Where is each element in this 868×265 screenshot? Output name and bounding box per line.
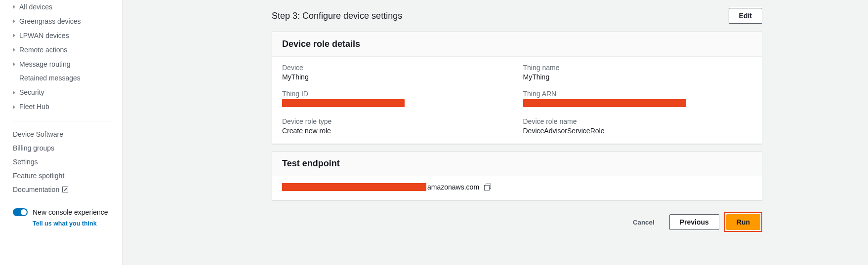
sidebar-item-label: Documentation: [13, 186, 59, 193]
external-link-icon: [62, 187, 68, 192]
sidebar-item-documentation[interactable]: Documentation: [13, 183, 118, 196]
sidebar-item-label: Device Software: [13, 130, 63, 138]
card-header: Device role details: [272, 32, 762, 57]
field-value: MyThing: [523, 73, 752, 81]
field-label: Device: [282, 64, 511, 72]
test-endpoint-card: Test endpoint amazonaws.com: [272, 151, 762, 200]
step-title: Step 3: Configure device settings: [272, 11, 402, 21]
field-device: Device MyThing: [282, 64, 511, 81]
toggle-label: New console experience: [33, 208, 108, 216]
field-role-name: Device role name DeviceAdvisorServiceRol…: [523, 117, 752, 135]
new-console-toggle[interactable]: [13, 208, 28, 216]
field-role-type: Device role type Create new role: [282, 117, 511, 135]
sidebar-item-label: Settings: [13, 158, 38, 166]
step-header: Step 3: Configure device settings Edit: [123, 0, 868, 32]
sidebar-item-label: Remote actions: [19, 45, 67, 55]
cancel-button[interactable]: Cancel: [623, 216, 664, 229]
caret-icon: [13, 105, 15, 109]
caret-icon: [13, 34, 15, 38]
field-thing-arn: Thing ARN: [523, 90, 752, 109]
sidebar-item-settings[interactable]: Settings: [13, 155, 118, 169]
new-console-toggle-row: New console experience: [13, 208, 122, 216]
caret-icon: [13, 19, 15, 23]
sidebar-item-label: Retained messages: [19, 74, 81, 83]
run-button-highlight: Run: [724, 212, 762, 232]
caret-icon: [13, 48, 15, 52]
sidebar-item-label: Fleet Hub: [19, 102, 49, 112]
footer-actions: Cancel Previous Run: [123, 207, 868, 237]
sidebar-item-label: Security: [19, 88, 44, 97]
sidebar-item-all-devices[interactable]: All devices: [13, 0, 118, 14]
field-value: DeviceAdvisorServiceRole: [523, 127, 752, 135]
sidebar-item-security[interactable]: Security: [13, 85, 118, 100]
redacted-value: [523, 99, 686, 107]
card-header: Test endpoint: [272, 151, 762, 176]
nav-sub-list: Device Software Billing groups Settings …: [0, 124, 122, 196]
sidebar-item-remote-actions[interactable]: Remote actions: [13, 43, 118, 57]
feedback-link[interactable]: Tell us what you think: [13, 220, 122, 227]
redacted-value: [282, 183, 426, 191]
field-value: Create new role: [282, 127, 511, 135]
sidebar-item-label: Billing groups: [13, 144, 54, 152]
field-label: Thing name: [523, 64, 752, 72]
redacted-value: [282, 99, 405, 107]
sidebar-item-label: LPWAN devices: [19, 31, 69, 40]
main-content: Step 3: Configure device settings Edit D…: [123, 0, 868, 265]
device-role-card: Device role details Device MyThing Thing…: [272, 32, 762, 144]
caret-icon: [13, 5, 15, 9]
sidebar-item-feature-spotlight[interactable]: Feature spotlight: [13, 169, 118, 183]
sidebar-item-device-software[interactable]: Device Software: [13, 127, 118, 141]
sidebar-item-label: Feature spotlight: [13, 172, 64, 180]
sidebar-item-greengrass-devices[interactable]: Greengrass devices: [13, 14, 118, 29]
field-label: Thing ARN: [523, 90, 752, 98]
divider: [13, 121, 112, 121]
previous-button[interactable]: Previous: [669, 214, 719, 230]
sidebar-item-billing-groups[interactable]: Billing groups: [13, 141, 118, 155]
caret-icon: [13, 91, 15, 95]
sidebar-item-retained-messages[interactable]: Retained messages: [13, 71, 118, 85]
sidebar-item-label: Message routing: [19, 60, 71, 69]
sidebar-item-label: All devices: [19, 2, 52, 12]
edit-button[interactable]: Edit: [729, 8, 762, 24]
sidebar: All devices Greengrass devices LPWAN dev…: [0, 0, 123, 265]
run-button[interactable]: Run: [726, 214, 760, 230]
endpoint-row: amazonaws.com: [282, 183, 752, 191]
sidebar-item-fleet-hub[interactable]: Fleet Hub: [13, 100, 118, 114]
field-thing-name: Thing name MyThing: [523, 64, 752, 81]
field-label: Device role name: [523, 117, 752, 125]
field-label: Device role type: [282, 117, 511, 125]
nav-list: All devices Greengrass devices LPWAN dev…: [0, 0, 122, 114]
sidebar-item-message-routing[interactable]: Message routing: [13, 57, 118, 72]
sidebar-item-lpwan-devices[interactable]: LPWAN devices: [13, 29, 118, 43]
caret-icon: [13, 62, 15, 66]
field-value: MyThing: [282, 73, 511, 81]
endpoint-suffix: amazonaws.com: [427, 183, 479, 191]
field-label: Thing ID: [282, 90, 511, 98]
field-thing-id: Thing ID: [282, 90, 511, 109]
sidebar-item-label: Greengrass devices: [19, 17, 81, 26]
copy-icon[interactable]: [484, 184, 491, 190]
